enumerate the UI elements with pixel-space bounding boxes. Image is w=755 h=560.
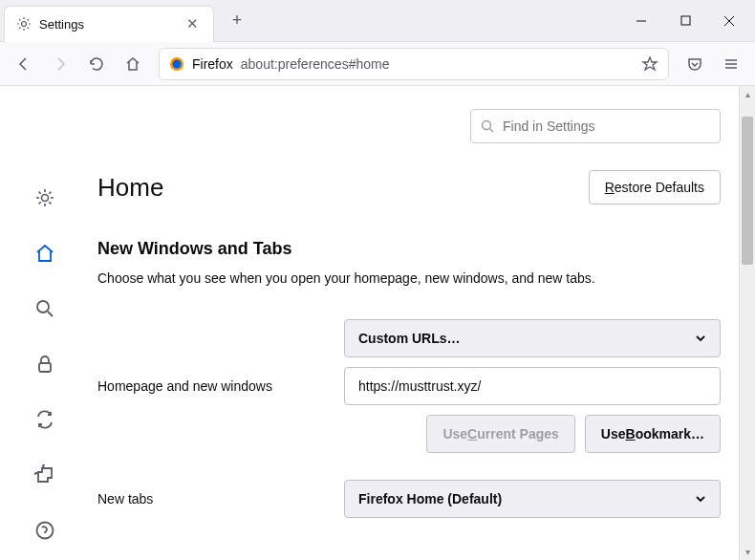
newtabs-value: Firefox Home (Default) [358,491,502,506]
browser-tab[interactable]: Settings ✕ [4,6,214,42]
content: Home Restore Defaults New Windows and Ta… [0,86,755,560]
svg-point-10 [42,195,49,202]
section-description: Choose what you see when you open your h… [97,269,721,289]
newtabs-select[interactable]: Firefox Home (Default) [344,480,721,518]
scroll-down-arrow[interactable]: ▾ [740,544,755,560]
url-bar[interactable]: Firefox about:preferences#home [159,48,669,80]
menu-button[interactable] [715,48,747,80]
svg-line-12 [48,312,53,316]
sidebar-item-help[interactable] [29,514,61,547]
back-button[interactable] [8,48,40,80]
restore-defaults-button[interactable]: Restore Defaults [589,170,721,205]
sidebar-item-sync[interactable] [29,403,61,436]
firefox-icon [169,56,184,72]
sidebar-item-search[interactable] [29,292,61,325]
bookmark-star-icon[interactable] [641,55,658,73]
pocket-button[interactable] [679,48,711,80]
home-button[interactable] [117,48,149,80]
chevron-down-icon [695,493,706,505]
urlbar-url: about:preferences#home [241,56,634,72]
svg-point-15 [483,120,491,129]
sidebar-item-privacy[interactable] [29,348,61,380]
minimize-button[interactable] [619,2,663,40]
toolbar: Firefox about:preferences#home [0,42,755,86]
newtabs-label: New tabs [97,491,325,506]
tab-title: Settings [39,17,175,32]
svg-rect-2 [681,16,690,25]
forward-button[interactable] [44,48,76,80]
gear-icon [16,16,32,32]
settings-search[interactable] [470,109,721,143]
new-tab-button[interactable]: + [222,6,252,36]
scroll-thumb[interactable] [742,117,753,265]
use-bookmark-button[interactable]: Use Bookmark… [585,415,721,453]
svg-point-6 [173,59,182,68]
svg-point-11 [37,301,49,312]
sidebar-item-extensions[interactable] [29,459,61,491]
svg-point-14 [37,523,54,539]
close-tab-icon[interactable]: ✕ [183,14,202,33]
scroll-up-arrow[interactable]: ▴ [740,86,755,102]
close-window-button[interactable] [707,2,751,40]
svg-line-16 [490,129,493,132]
settings-search-input[interactable] [503,118,710,134]
chevron-down-icon [695,333,706,344]
svg-rect-13 [39,363,51,372]
homepage-url-input[interactable] [344,367,721,405]
sidebar [0,86,90,560]
main-panel: Home Restore Defaults New Windows and Ta… [90,86,755,560]
section-title: New Windows and Tabs [97,239,721,259]
scrollbar[interactable]: ▴ ▾ [739,86,755,560]
urlbar-label: Firefox [192,56,233,72]
search-icon [481,119,495,134]
maximize-button[interactable] [663,2,707,40]
titlebar: Settings ✕ + [0,0,755,42]
use-current-pages-button[interactable]: Use Current Pages [426,415,574,453]
sidebar-item-home[interactable] [29,237,61,269]
homepage-mode-value: Custom URLs… [358,331,461,346]
homepage-mode-select[interactable]: Custom URLs… [344,319,721,357]
homepage-label: Homepage and new windows [97,378,325,394]
reload-button[interactable] [80,48,113,80]
page-title: Home [97,173,163,203]
sidebar-item-general[interactable] [29,182,61,214]
svg-point-0 [22,22,27,27]
